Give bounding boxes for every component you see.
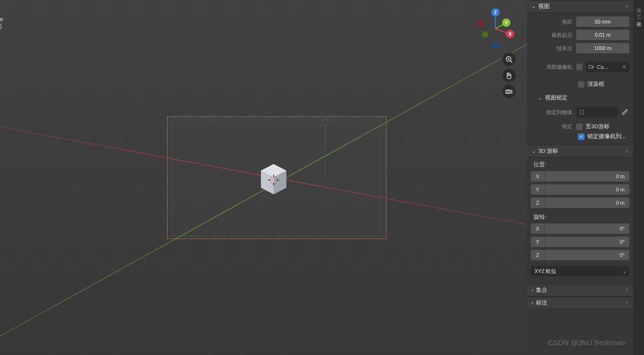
lock-camera-label: 锁定摄像机到... <box>587 133 626 140</box>
render-box-label: 渲染框 <box>587 81 604 88</box>
lock-camera-checkbox[interactable] <box>578 133 585 140</box>
cursor-pos-x[interactable]: X0 m <box>531 171 629 182</box>
rotation-label: 旋转: <box>531 214 546 221</box>
panel-title: 标注 <box>536 299 547 306</box>
rotation-order-dropdown[interactable]: XYZ 欧拉 <box>531 266 629 276</box>
focal-length-field[interactable]: 50 mm <box>576 17 629 27</box>
clip-start-label: 裁剪起点 <box>531 32 576 39</box>
scene-light[interactable] <box>320 118 330 179</box>
svg-point-20 <box>482 31 488 38</box>
subpanel-title: 视图锁定 <box>545 94 568 101</box>
tab-item[interactable]: 项 <box>636 3 642 7</box>
panel-title: 视图 <box>538 3 550 10</box>
lock-3dcursor-checkbox[interactable] <box>576 124 583 130</box>
3d-cursor-icon <box>268 174 279 186</box>
svg-rect-29 <box>580 110 584 114</box>
chevron-right-icon: › <box>532 288 533 293</box>
drag-dots-icon[interactable]: ⠿ <box>626 288 629 292</box>
camera-icon <box>505 88 513 95</box>
object-data-icon <box>579 109 585 115</box>
3d-viewport[interactable]: Z X Y e ) <box>0 0 527 355</box>
lock-3dcursor-label: 至3D游标 <box>585 123 610 130</box>
panel-header-collections[interactable]: › 集合 ⠿ <box>527 284 633 297</box>
watermark-text: CSDN @JNU freshman <box>548 338 625 347</box>
drag-dots-icon[interactable]: ⠿ <box>626 301 629 305</box>
chevron-down-icon: ⌄ <box>532 4 535 9</box>
cursor-pos-z[interactable]: Z0 m <box>531 198 629 208</box>
panel-header-3dcursor[interactable]: ⌄ 3D 游标 ⠿ <box>527 145 633 157</box>
clip-end-label: 结束点 <box>531 45 576 52</box>
orbit-gizmo[interactable]: Z X Y <box>475 8 516 49</box>
focal-length-label: 焦距 <box>531 18 576 25</box>
clip-start-field[interactable]: 0.01 m <box>576 30 629 40</box>
hand-icon <box>505 72 513 79</box>
clip-end-field[interactable]: 1000 m <box>576 43 629 53</box>
svg-rect-28 <box>589 66 592 68</box>
tab-view[interactable]: 视 <box>636 16 642 20</box>
camera-data-icon <box>588 64 594 70</box>
lock-to-object-field[interactable] <box>576 107 618 117</box>
drag-dots-icon[interactable]: ⠿ <box>626 4 629 8</box>
svg-point-8 <box>273 179 275 181</box>
z-axis-label[interactable]: Z <box>494 10 497 15</box>
lock-label: 锁定 <box>531 123 576 130</box>
svg-point-1 <box>324 122 326 124</box>
local-camera-object[interactable]: Ca... ✕ <box>585 62 629 72</box>
cursor-rot-z[interactable]: Z0° <box>531 250 629 260</box>
local-camera-checkbox[interactable] <box>576 64 583 70</box>
x-axis-label[interactable]: X <box>509 32 512 37</box>
lock-to-object-label: 锁定到物体 <box>531 109 576 116</box>
render-box-checkbox[interactable] <box>578 81 585 88</box>
svg-point-21 <box>492 42 499 49</box>
chevron-down-icon: ⌄ <box>532 149 535 154</box>
camera-view-button[interactable] <box>502 85 516 98</box>
zoom-button[interactable] <box>502 53 516 66</box>
drag-dots-icon[interactable]: ⠿ <box>626 149 629 153</box>
cursor-pos-y[interactable]: Y0 m <box>531 184 629 195</box>
panel-title: 3D 游标 <box>538 148 558 155</box>
subpanel-view-lock[interactable]: ⌄ 视图锁定 <box>527 92 633 103</box>
local-camera-label: 局部摄像机 <box>531 64 576 71</box>
panel-header-annotations[interactable]: › 标注 ⠿ <box>527 297 633 309</box>
camera-name: Ca... <box>597 64 608 70</box>
sidebar-tab-rail: 项 工 视 <box>633 0 644 355</box>
svg-point-27 <box>507 91 509 93</box>
panel-title: 集合 <box>536 287 547 294</box>
panel-header-view[interactable]: ⌄ 视图 ⠿ <box>527 0 633 13</box>
cropped-left-text: e ) <box>0 16 3 29</box>
eyedropper-icon[interactable] <box>621 108 629 116</box>
chevron-right-icon: › <box>532 300 533 305</box>
clear-camera-icon[interactable]: ✕ <box>622 64 627 70</box>
svg-point-19 <box>477 20 484 26</box>
tab-tool[interactable]: 工 <box>636 9 642 13</box>
n-panel-sidebar: ⌄ 视图 ⠿ 焦距 50 mm 裁剪起点 0.01 m 结束点 1000 m 局… <box>527 0 633 355</box>
pan-button[interactable] <box>502 69 516 82</box>
zoom-icon <box>505 56 513 63</box>
cursor-rot-x[interactable]: X0° <box>531 223 629 234</box>
chevron-down-icon: ⌄ <box>538 95 542 100</box>
position-label: 位置: <box>531 161 546 168</box>
cursor-rot-y[interactable]: Y0° <box>531 237 629 247</box>
y-axis-label[interactable]: Y <box>505 20 508 25</box>
svg-line-23 <box>510 61 512 63</box>
